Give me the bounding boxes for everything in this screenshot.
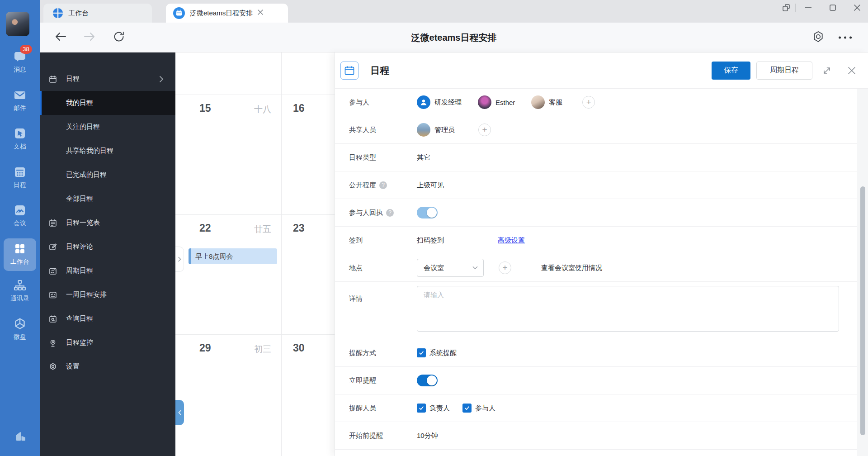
rail-item-contacts[interactable]: 通讯录 (0, 279, 40, 303)
calendar-row[interactable] (175, 52, 335, 95)
chevron-right-icon[interactable] (159, 76, 164, 83)
participant-checkbox[interactable]: 参与人 (462, 404, 495, 413)
form-row-remind-before: 开始前提醒 10分钟 (335, 422, 868, 450)
schedule-app-icon (173, 7, 185, 19)
panel-scrollbar-track[interactable] (857, 89, 868, 456)
sidebar-item-query-schedule[interactable]: 查询日程 (40, 307, 175, 331)
form-row-remind-method: 提醒方式 系统提醒 (335, 339, 868, 367)
sidebar-item-label: 全部日程 (66, 195, 93, 203)
window-controls (780, 0, 868, 15)
help-question-icon[interactable]: ? (379, 181, 387, 189)
field-label: 提醒方式 (349, 349, 417, 357)
calendar-collapse-handle[interactable] (175, 400, 184, 425)
remind-before-value[interactable]: 10分钟 (417, 432, 438, 440)
list-calendar-icon (49, 219, 59, 227)
mail-icon (13, 88, 27, 102)
receipt-toggle[interactable] (417, 207, 438, 218)
checkbox-label: 参与人 (475, 404, 495, 413)
calendar-event[interactable]: 早上8点周会 (189, 248, 277, 264)
more-menu-icon[interactable] (839, 36, 852, 38)
settings-gear-icon[interactable] (812, 30, 825, 45)
expand-panel-icon[interactable] (820, 63, 834, 78)
calendar-row[interactable]: 22 廿五 23 早上8点周会 (175, 215, 335, 335)
add-location-button[interactable]: + (499, 261, 511, 274)
calendar-day: 29 (199, 342, 211, 354)
calendar-lunar-label: 十八 (254, 104, 271, 115)
rail-item-messages[interactable]: 消息 (0, 50, 40, 74)
sidebar-item-schedule-monitor[interactable]: 日程监控 (40, 331, 175, 355)
participant-chip[interactable]: Esther (478, 95, 515, 109)
add-participant-button[interactable]: + (582, 96, 595, 109)
maximize-icon[interactable] (826, 1, 839, 14)
sidebar-item-label: 我的日程 (66, 99, 93, 107)
participant-chip[interactable]: 研发经理 (417, 95, 462, 109)
sidebar-item-completed[interactable]: 已完成的日程 (40, 163, 175, 187)
tab-schedule-app[interactable]: 泛微eteams日程安排 (166, 4, 288, 23)
field-label: 日程类型 (349, 153, 417, 162)
field-label: 签到 (349, 236, 417, 245)
rail-item-drive[interactable]: 微盘 (0, 317, 40, 341)
sidebar-item-recurring-schedule[interactable]: 周期日程 (40, 259, 175, 283)
add-shared-person-button[interactable]: + (478, 124, 491, 136)
sidebar-item-settings[interactable]: 设置 (40, 355, 175, 379)
rail-item-workbench[interactable]: 工作台 (0, 242, 40, 266)
rail-label: 会议 (0, 219, 40, 228)
user-avatar[interactable] (6, 12, 29, 36)
save-button[interactable]: 保存 (712, 62, 750, 80)
rail-label: 工作台 (0, 258, 40, 266)
visibility-value[interactable]: 上级可见 (417, 181, 444, 190)
checkin-value[interactable]: 扫码签到 (417, 236, 498, 245)
checkbox-checked-icon (417, 404, 426, 413)
document-cursor-icon (13, 127, 27, 140)
owner-checkbox[interactable]: 负责人 (417, 404, 450, 413)
sidebar-item-followed-schedule[interactable]: 关注的日程 (40, 115, 175, 139)
chevron-down-icon (472, 266, 478, 270)
rail-item-mail[interactable]: 邮件 (0, 88, 40, 112)
sidebar-item-schedule-comments[interactable]: 日程评论 (40, 235, 175, 259)
schedule-type-value[interactable]: 其它 (417, 153, 430, 162)
recurring-schedule-button[interactable]: 周期日程 (756, 62, 812, 80)
calendar-lunar-label: 廿五 (254, 223, 271, 235)
close-window-icon[interactable] (851, 1, 863, 14)
form-row-participants: 参与人 研发经理 Esther 客服 + (335, 89, 868, 116)
shared-person-chip[interactable]: 管理员 (417, 123, 455, 137)
popout-window-icon[interactable] (780, 1, 793, 14)
sidebar-item-all-schedule[interactable]: 全部日程 (40, 187, 175, 211)
schedule-type-icon-box (340, 62, 359, 80)
remind-now-toggle[interactable] (417, 375, 438, 386)
rail-item-schedule[interactable]: 日程 (0, 165, 40, 189)
panel-scrollbar-thumb[interactable] (860, 186, 865, 435)
sidebar-item-shared-to-me[interactable]: 共享给我的日程 (40, 139, 175, 163)
tab-label: 工作台 (68, 9, 89, 18)
meeting-icon (13, 204, 27, 217)
sidebar-expand-handle[interactable] (175, 247, 184, 272)
system-remind-checkbox[interactable]: 系统提醒 (417, 348, 457, 357)
minimize-icon[interactable] (802, 1, 815, 14)
help-question-icon[interactable]: ? (386, 209, 394, 217)
panel-header: 日程 保存 周期日程 (335, 52, 868, 89)
form-row-details: 详情 (335, 282, 868, 339)
location-select[interactable]: 会议室 (417, 259, 484, 277)
sidebar-item-schedule-root[interactable]: 日程 (40, 67, 175, 91)
form-row-checkin: 签到 扫码签到 高级设置 (335, 227, 868, 254)
close-panel-icon[interactable] (844, 63, 859, 78)
tab-close-icon[interactable] (257, 9, 264, 17)
rail-item-docs[interactable]: 文档 (0, 127, 40, 151)
field-label: 提醒人员 (349, 404, 417, 413)
sidebar-item-schedule-overview[interactable]: 日程一览表 (40, 211, 175, 235)
shared-person-name: 管理员 (434, 126, 455, 134)
calendar-row[interactable]: 29 初三 30 (175, 335, 335, 456)
tab-label: 泛微eteams日程安排 (190, 9, 253, 18)
advanced-settings-link[interactable]: 高级设置 (498, 236, 525, 245)
rail-item-meeting[interactable]: 会议 (0, 204, 40, 228)
details-input[interactable] (417, 286, 839, 332)
meeting-room-usage-link[interactable]: 查看会议室使用情况 (541, 264, 602, 272)
form-row-remind-people: 提醒人员 负责人 参与人 (335, 394, 868, 422)
participant-name: Esther (495, 99, 515, 106)
sidebar-item-my-schedule[interactable]: 我的日程 (40, 91, 175, 115)
calendar-row[interactable]: 15 十八 16 (175, 95, 335, 215)
tab-workbench[interactable]: 工作台 (43, 4, 152, 23)
rail-label: 邮件 (0, 104, 40, 112)
sidebar-item-week-plan[interactable]: 一周日程安排 (40, 283, 175, 307)
participant-chip[interactable]: 客服 (531, 95, 562, 109)
